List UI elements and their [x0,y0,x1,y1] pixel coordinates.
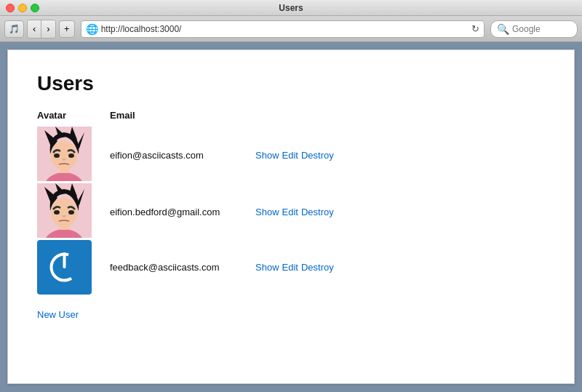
forward-button[interactable]: › [41,20,55,38]
actions-column-header [255,110,545,127]
new-tab-button[interactable]: + [59,20,75,38]
close-button[interactable] [6,4,15,12]
show-link[interactable]: Show [255,150,279,161]
back-icon: ‹ [33,23,36,34]
page-title: Users [37,72,545,95]
search-icon: 🔍 [497,23,509,35]
actions-cell: ShowEditDestroy [255,127,545,183]
back-button[interactable]: ‹ [28,20,41,38]
search-input[interactable] [512,24,570,34]
actions-cell: ShowEditDestroy [255,240,545,295]
avatar-cell [37,127,110,183]
avatar [37,183,92,238]
users-table: Avatar Email eifion@asciicasts.comShowEd… [37,110,545,295]
destroy-link[interactable]: Destroy [301,207,334,217]
show-link[interactable]: Show [255,207,279,217]
email-cell: eifion@asciicasts.com [110,127,255,183]
address-bar[interactable]: 🌐 ↻ [81,20,485,38]
edit-link[interactable]: Edit [282,207,298,217]
avatar [37,240,92,295]
new-tab-icon: + [64,24,69,34]
search-bar[interactable]: 🔍 [490,20,578,38]
action-links: ShowEditDestroy [255,150,545,161]
avatar-cell [37,183,110,240]
email-column-header: Email [110,110,255,127]
avatar-column-header: Avatar [37,110,110,127]
bookmark-button[interactable]: 🎵 [4,20,24,38]
window-title: Users [279,3,303,13]
svg-point-19 [68,210,74,215]
action-links: ShowEditDestroy [255,262,545,273]
table-row: eifion@asciicasts.comShowEditDestroy [37,127,545,183]
new-user-link[interactable]: New User [37,309,79,320]
table-row: feedback@asciicasts.comShowEditDestroy [37,240,545,295]
browser-window: Users Avatar Email eifion@asciicasts.com… [0,42,582,391]
avatar-cell [37,240,110,295]
destroy-link[interactable]: Destroy [301,262,334,273]
globe-icon: 🌐 [86,23,98,35]
title-bar: Users [0,0,582,16]
window-controls[interactable] [6,4,39,12]
actions-cell: ShowEditDestroy [255,183,545,240]
avatar [37,127,92,181]
email-cell: eifion.bedford@gmail.com [110,183,255,240]
nav-buttons: ‹ › [27,20,56,39]
edit-link[interactable]: Edit [282,262,298,273]
destroy-link[interactable]: Destroy [301,150,334,161]
refresh-button[interactable]: ↻ [471,23,479,34]
maximize-button[interactable] [31,4,39,12]
svg-point-9 [68,153,74,158]
edit-link[interactable]: Edit [282,150,298,161]
svg-point-18 [54,210,60,215]
svg-point-8 [54,153,60,158]
toolbar: 🎵 ‹ › + 🌐 ↻ 🔍 [0,16,582,42]
show-link[interactable]: Show [255,262,279,273]
page-content: Users Avatar Email eifion@asciicasts.com… [7,49,575,384]
table-row: eifion.bedford@gmail.comShowEditDestroy [37,183,545,240]
bookmark-icon: 🎵 [9,24,20,34]
email-cell: feedback@asciicasts.com [110,240,255,295]
action-links: ShowEditDestroy [255,207,545,217]
minimize-button[interactable] [18,4,27,12]
address-input[interactable] [101,24,469,34]
forward-icon: › [47,23,49,34]
